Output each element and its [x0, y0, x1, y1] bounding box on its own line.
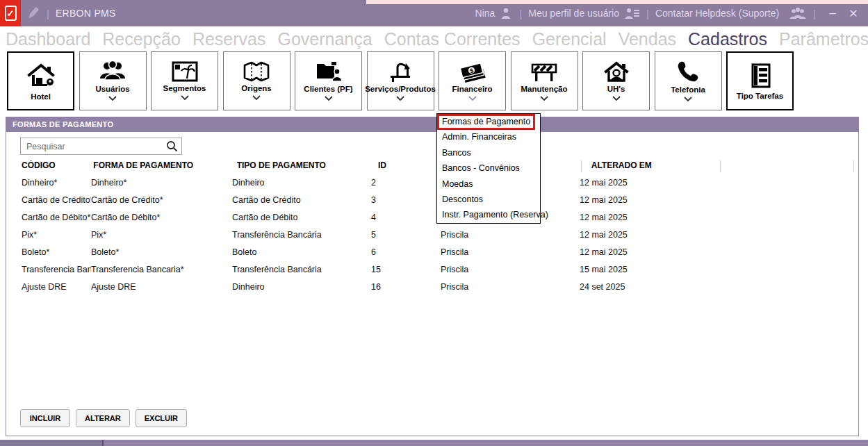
menu-vendas[interactable]: Vendas: [619, 29, 676, 49]
table-row[interactable]: Boleto*Boleto*Boleto6Priscila12 mai 2025: [22, 244, 715, 261]
menu-item-moedas[interactable]: Moedas: [437, 176, 540, 192]
cell-alterado-em: 12 mai 2025: [580, 226, 715, 244]
titlebar-divider: |: [646, 8, 649, 19]
toolbar-servicos-produtos-button[interactable]: Serviços/Produtos: [367, 51, 434, 110]
col-forma-de-pagamento[interactable]: FORMA DE PAGAMENTO: [93, 160, 234, 170]
toolbar-label: Serviços/Produtos: [365, 85, 436, 93]
incluir-button[interactable]: INCLUIR: [20, 409, 70, 427]
toolbar-label: Hotel: [31, 92, 51, 101]
search-icon[interactable]: [162, 140, 181, 152]
cell-tipo: Cartão de Crédito: [232, 192, 371, 209]
helpdesk-link[interactable]: Contatar Helpdesk (Suporte): [655, 8, 779, 19]
barrier-icon: [530, 60, 559, 83]
house-person-icon: [603, 60, 630, 83]
menu-item-admin-financeiras[interactable]: Admin. Financeiras: [437, 129, 540, 144]
app-title: ERBON PMS: [56, 8, 116, 19]
menu-recepcao[interactable]: Recepção: [102, 29, 181, 49]
chevron-down-icon: [684, 96, 692, 102]
cell-forma: Cartão de Débito*: [91, 209, 232, 226]
cell-usuario: Priscila: [441, 226, 580, 244]
cell-tipo: Transferência Bancária: [232, 261, 371, 279]
money-bills-icon: $: [458, 60, 487, 83]
cell-alterado-em: 24 set 2025: [580, 279, 715, 296]
folder-person-icon: [315, 60, 343, 83]
col-tipo-de-pagamento[interactable]: TIPO DE PAGAMENTO: [237, 160, 376, 170]
cell-forma: Boleto*: [91, 244, 232, 261]
checkmark-icon: ✓: [5, 6, 17, 21]
profile-list-icon: [623, 6, 640, 20]
toolbar-financeiro-button[interactable]: $ Financeiro: [439, 51, 506, 110]
col-alterado-em[interactable]: ALTERADO EM: [591, 160, 727, 170]
financeiro-dropdown-menu: Formas de Pagamento Admin. Financeiras B…: [436, 113, 541, 224]
chevron-down-icon: [396, 95, 404, 101]
toolbar-clientes-pf-button[interactable]: Clientes (PF): [295, 51, 362, 110]
toolbar-label: Tipo Tarefas: [737, 92, 783, 100]
column-separator: [853, 160, 854, 172]
cell-tipo: Transferência Bancária: [232, 226, 371, 244]
cadastros-toolbar: Hotel Usuários Segmentos Origens Cliente…: [7, 51, 794, 110]
menu-item-bancos-convenios[interactable]: Bancos - Convênios: [437, 160, 540, 176]
status-bar-segment: [0, 440, 102, 446]
titlebar-divider: |: [519, 8, 522, 19]
app-logo-icon: ✓: [0, 0, 21, 26]
cell-alterado-em: 12 mai 2025: [580, 192, 715, 209]
menu-cadastros[interactable]: Cadastros: [688, 29, 767, 49]
menu-reservas[interactable]: Reservas: [193, 29, 266, 49]
menu-item-instr-pagamento-reserva[interactable]: Instr. Pagamento (Reserva): [437, 207, 540, 222]
cell-forma: Dinheiro*: [91, 174, 232, 192]
table-row[interactable]: Cartão de Débito*Cartão de Débito*Cartão…: [22, 209, 715, 226]
toolbar-hotel-button[interactable]: Hotel: [7, 51, 74, 110]
alterar-button[interactable]: ALTERAR: [76, 409, 130, 427]
cell-usuario: Priscila: [441, 261, 580, 279]
table-row[interactable]: Transferencia Bancaria*Transferencia Ban…: [22, 261, 715, 279]
toolbar-manutencao-button[interactable]: Manutenção: [511, 51, 578, 110]
menu-governanca[interactable]: Governança: [277, 29, 372, 49]
table-row[interactable]: Pix*Pix*Transferência Bancária5Priscila1…: [22, 226, 715, 244]
chevron-down-icon: [468, 95, 477, 101]
menu-contas-correntes[interactable]: Contas Correntes: [384, 29, 521, 49]
helpdesk-label: Contatar Helpdesk (Suporte): [655, 8, 779, 19]
menu-dashboard[interactable]: Dashboard: [6, 29, 90, 49]
chevron-down-icon: [181, 94, 189, 101]
chevron-down-icon: [252, 94, 261, 101]
menu-item-bancos[interactable]: Bancos: [437, 145, 540, 160]
toolbar-tipo-tarefas-button[interactable]: Tipo Tarefas: [726, 51, 794, 110]
cell-codigo: Cartão de Crédito*: [22, 192, 91, 209]
cell-codigo: Transferencia Bancaria*: [22, 261, 91, 279]
toolbar-usuarios-button[interactable]: Usuários: [79, 51, 147, 110]
menu-item-descontos[interactable]: Descontos: [437, 192, 540, 207]
minimize-button[interactable]: –: [822, 7, 843, 19]
table-row[interactable]: Ajuste DREAjuste DREDinheiro16Priscila24…: [22, 279, 715, 296]
toolbar-segmentos-button[interactable]: Segmentos: [151, 51, 218, 110]
profile-link[interactable]: Meu perfil de usuário: [528, 6, 640, 20]
cell-id: 6: [371, 244, 441, 261]
cell-id: 4: [371, 209, 441, 226]
main-menu: Dashboard Recepção Reservas Governança C…: [0, 26, 868, 51]
col-codigo[interactable]: CÓDIGO: [22, 160, 91, 170]
titlebar-divider: |: [813, 8, 816, 19]
toolbar-telefonia-button[interactable]: Telefonia: [655, 51, 722, 110]
chevron-down-icon: [325, 95, 333, 101]
user-name: Nina: [475, 8, 496, 19]
menu-gerencial[interactable]: Gerencial: [532, 29, 607, 49]
cell-tipo: Boleto: [232, 244, 371, 261]
menu-item-formas-de-pagamento[interactable]: Formas de Pagamento: [437, 114, 540, 129]
table-row[interactable]: Cartão de Crédito*Cartão de Crédito*Cart…: [22, 192, 715, 209]
toolbar-origens-button[interactable]: Origens: [223, 51, 290, 110]
cell-forma: Pix*: [91, 226, 232, 244]
excluir-button[interactable]: EXCLUIR: [136, 409, 187, 427]
toolbar-label: Segmentos: [163, 84, 206, 92]
search-input[interactable]: [21, 142, 162, 151]
cell-alterado-em: 15 mai 2025: [580, 261, 715, 279]
toolbar-label: Usuários: [95, 85, 129, 93]
user-menu[interactable]: Nina: [475, 6, 514, 20]
toolbar-uhs-button[interactable]: UH's: [582, 51, 650, 110]
toolbar-label: Financeiro: [452, 85, 492, 93]
table-body: Dinheiro*Dinheiro*Dinheiro212 mai 2025 C…: [22, 174, 715, 296]
cell-id: 3: [371, 192, 441, 209]
users-group-icon: [99, 60, 126, 83]
menu-parametros[interactable]: Parâmetros: [779, 29, 868, 49]
table-row[interactable]: Dinheiro*Dinheiro*Dinheiro212 mai 2025: [22, 174, 715, 192]
close-button[interactable]: ✕: [843, 7, 864, 20]
toolbar-label: Clientes (PF): [304, 85, 352, 93]
